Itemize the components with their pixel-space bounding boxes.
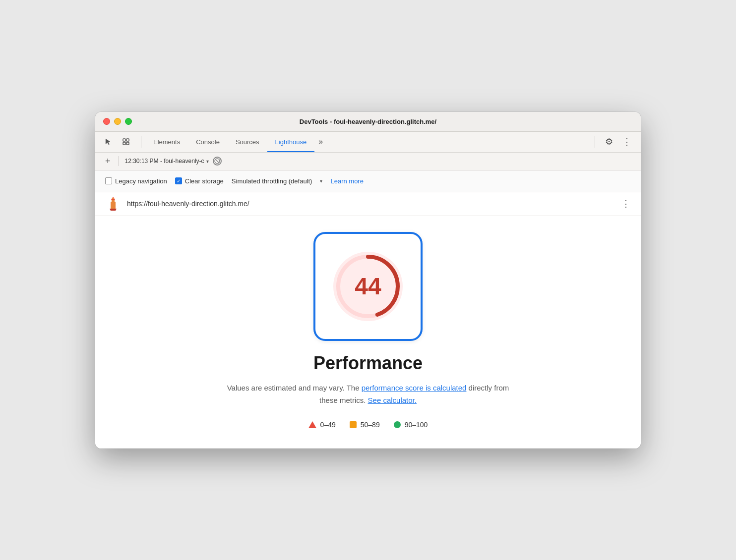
lighthouse-app-icon [105,196,121,212]
category-title: Performance [313,353,423,374]
clear-storage-label: Clear storage [185,177,224,185]
svg-line-5 [216,160,219,163]
svg-rect-8 [111,202,116,209]
svg-rect-0 [123,139,125,141]
tab-console[interactable]: Console [188,132,228,152]
calculator-link[interactable]: See calculator. [368,396,417,404]
svg-rect-3 [126,142,129,145]
description-prefix: Values are estimated and may vary. The [227,384,362,392]
legacy-navigation-label: Legacy navigation [115,177,167,185]
devtools-tab-bar: Elements Console Sources Lighthouse » ⚙ … [95,132,641,153]
layers-icon[interactable] [119,135,133,149]
lighthouse-toolbar: + 12:30:13 PM - foul-heavenly-c ▾ [95,153,641,170]
devtools-left-icons [101,135,133,149]
cursor-icon[interactable] [101,135,115,149]
svg-marker-9 [110,209,117,211]
timestamp-dropdown[interactable]: ▾ [206,159,209,164]
traffic-lights [103,118,132,125]
clear-storage-checkbox[interactable]: ✓ [175,177,182,184]
throttling-dropdown-arrow: ▾ [320,178,322,184]
performance-score-link[interactable]: performance score is calculated [362,384,467,392]
stop-reload-button[interactable] [213,157,222,166]
report-timestamp: 12:30:13 PM - foul-heavenly-c ▾ [125,158,209,165]
tab-sources[interactable]: Sources [228,132,267,152]
clear-storage-option: ✓ Clear storage [175,177,224,185]
svg-rect-2 [123,142,125,145]
legend-row: 0–49 50–89 90–100 [308,421,428,429]
maximize-button[interactable] [125,118,132,125]
throttling-dropdown[interactable]: ▾ [320,178,322,184]
yellow-square-icon [350,421,357,428]
url-row: https://foul-heavenly-direction.glitch.m… [95,192,641,216]
options-row: Legacy navigation ✓ Clear storage Simula… [95,170,641,192]
close-button[interactable] [103,118,110,125]
legacy-navigation-option: Legacy navigation [105,177,167,185]
toolbar-divider [119,156,119,166]
tab-lighthouse[interactable]: Lighthouse [267,132,315,152]
throttling-option: Simulated throttling (default) [232,177,312,185]
score-gauge-container: 44 [313,232,423,341]
legend-yellow-range: 50–89 [361,421,380,429]
svg-rect-10 [112,198,114,199]
tab-divider-left [141,136,141,148]
score-circle: 44 [333,252,403,321]
minimize-button[interactable] [114,118,121,125]
green-circle-icon [394,421,401,428]
devtools-window: DevTools - foul-heavenly-direction.glitc… [95,112,641,448]
tab-list: Elements Console Sources Lighthouse » [145,132,327,152]
settings-icon[interactable]: ⚙ [601,134,617,150]
throttling-label: Simulated throttling (default) [232,177,312,185]
legend-item-yellow: 50–89 [350,421,380,429]
main-content: 44 Performance Values are estimated and … [95,216,641,448]
tab-more-button[interactable]: » [314,132,327,152]
description-text: Values are estimated and may vary. The p… [219,382,517,407]
legend-green-range: 90–100 [405,421,428,429]
more-options-icon[interactable]: ⋮ [619,134,635,150]
page-url: https://foul-heavenly-direction.glitch.m… [127,200,615,208]
legacy-navigation-checkbox[interactable] [105,177,112,184]
score-value: 44 [355,273,381,300]
url-more-options-icon[interactable]: ⋮ [621,198,631,209]
devtools-right-icons: ⚙ ⋮ [591,134,635,150]
learn-more-link[interactable]: Learn more [330,177,363,185]
red-triangle-icon [308,421,316,428]
title-bar: DevTools - foul-heavenly-direction.glitc… [95,112,641,132]
tab-elements[interactable]: Elements [145,132,188,152]
legend-item-red: 0–49 [308,421,336,429]
svg-rect-7 [112,200,115,202]
tab-divider-right [595,136,595,148]
add-report-button[interactable]: + [103,157,113,166]
legend-red-range: 0–49 [320,421,336,429]
window-title: DevTools - foul-heavenly-direction.glitc… [300,118,436,125]
score-card: 44 [313,232,423,341]
legend-item-green: 90–100 [394,421,428,429]
svg-rect-1 [126,139,129,141]
